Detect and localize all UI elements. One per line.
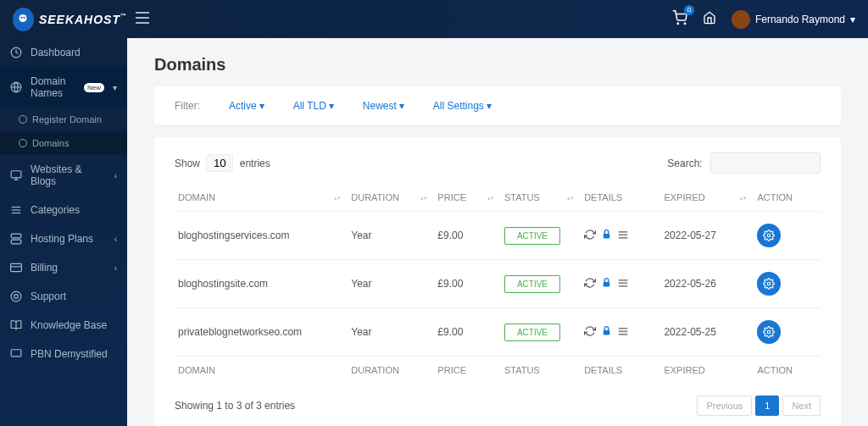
sidebar-item-pbn[interactable]: PBN Demystified [0,340,127,368]
cart-badge: 0 [684,5,694,15]
caret-down-icon: ▾ [399,100,404,112]
action-button[interactable] [757,320,781,344]
sidebar-item-label: Domain Names [31,75,74,99]
sidebar-item-label: Support [31,290,66,302]
home-button[interactable] [703,11,716,28]
svg-rect-34 [619,327,628,329]
list-icon[interactable] [617,229,629,243]
refresh-icon[interactable] [584,277,596,291]
logo-icon [13,8,34,31]
avatar [732,10,750,29]
th-duration[interactable]: DURATION▴▾ [348,184,434,212]
pagination: Previous 1 Next [697,396,821,416]
filter-card: Filter: Active ▾ All TLD ▾ Newest ▾ All … [154,86,841,125]
cell-details [581,308,660,357]
page-number[interactable]: 1 [755,396,779,416]
cell-action [754,260,821,308]
sidebar-item-websites[interactable]: Websites & Blogs ‹ [0,155,127,196]
lock-icon[interactable] [601,277,612,290]
sidebar: Dashboard Domain Names New ▾ Register Do… [0,38,127,426]
svg-rect-3 [136,12,149,14]
list-icon[interactable] [617,325,629,340]
status-badge: ACTIVE [504,227,560,245]
lock-icon[interactable] [601,325,612,339]
svg-point-2 [24,16,25,18]
th-action: ACTION [754,184,821,212]
sidebar-item-dashboard[interactable]: Dashboard [0,38,127,67]
th-details: DETAILS [581,184,660,212]
lock-icon[interactable] [601,229,612,242]
menu-toggle-icon[interactable] [136,12,149,27]
user-menu[interactable]: Fernando Raymond ▾ [732,10,855,29]
svg-rect-25 [619,234,628,235]
cell-price: £9.00 [434,308,501,357]
svg-rect-31 [619,285,628,286]
refresh-icon[interactable] [584,229,596,243]
cart-button[interactable]: 0 [672,10,687,29]
sidebar-item-label: Knowledge Base [31,319,107,331]
filter-label: Filter: [175,100,200,112]
svg-rect-23 [604,234,610,238]
tf-action: ACTION [754,357,821,385]
globe-icon [10,81,22,93]
cell-details [581,212,660,260]
svg-point-6 [677,23,679,25]
cell-expired: 2022-05-27 [660,212,754,260]
cell-domain: bloghostingservices.com [175,212,348,260]
cell-expired: 2022-05-25 [660,308,754,357]
filter-active[interactable]: Active ▾ [229,100,264,112]
svg-point-21 [14,295,19,299]
th-price[interactable]: PRICE▴▾ [434,184,501,212]
list-icon[interactable] [617,277,629,291]
filter-settings[interactable]: All Settings ▾ [433,100,492,112]
cell-domain: bloghostingsite.com [175,260,348,308]
gear-icon [763,278,775,290]
main-content: Domains Filter: Active ▾ All TLD ▾ Newes… [127,38,868,426]
dashboard-icon [10,47,22,58]
sidebar-item-label: Billing [31,262,58,274]
new-badge: New [84,83,104,92]
filter-tld[interactable]: All TLD ▾ [293,100,334,112]
th-status[interactable]: STATUS▴▾ [501,184,581,212]
page-prev[interactable]: Previous [697,396,752,416]
cell-details [581,260,660,308]
card-icon [10,262,22,274]
server-icon [10,233,22,245]
tf-details: DETAILS [581,357,660,385]
svg-point-37 [768,330,771,334]
action-button[interactable] [757,272,781,296]
cell-action [754,308,821,357]
cell-status: ACTIVE [501,308,581,357]
th-expired[interactable]: EXPIRED▴▾ [660,184,754,212]
logo[interactable]: SEEKAHOST™ [13,8,127,31]
svg-point-0 [19,14,27,22]
entries-input[interactable] [206,154,233,172]
th-domain[interactable]: DOMAIN▴▾ [175,184,348,212]
sidebar-item-domain-names[interactable]: Domain Names New ▾ [0,67,127,108]
sidebar-item-hosting[interactable]: Hosting Plans ‹ [0,224,127,253]
sidebar-item-billing[interactable]: Billing ‹ [0,253,127,282]
cell-duration: Year [348,212,434,260]
sidebar-item-categories[interactable]: Categories [0,196,127,224]
cell-price: £9.00 [434,212,501,260]
refresh-icon[interactable] [584,325,596,340]
sidebar-sub-domains[interactable]: Domains [0,131,127,155]
circle-icon [19,139,27,147]
search-input[interactable] [710,152,821,174]
filter-sort[interactable]: Newest ▾ [363,100,404,112]
sidebar-item-knowledge[interactable]: Knowledge Base [0,311,127,340]
svg-rect-4 [136,17,149,19]
top-right: 0 Fernando Raymond ▾ [672,10,855,29]
sidebar-sub-register-domain[interactable]: Register Domain [0,108,127,131]
cell-price: £9.00 [434,260,501,308]
svg-point-7 [684,23,686,25]
page-next[interactable]: Next [782,396,821,416]
book-icon [10,319,22,331]
sidebar-item-support[interactable]: Support [0,282,127,311]
list-icon [10,204,22,216]
chevron-left-icon: ‹ [114,263,117,273]
tf-expired: EXPIRED [660,357,754,385]
home-icon [703,11,716,25]
action-button[interactable] [757,224,781,247]
sidebar-item-label: Categories [31,204,80,216]
